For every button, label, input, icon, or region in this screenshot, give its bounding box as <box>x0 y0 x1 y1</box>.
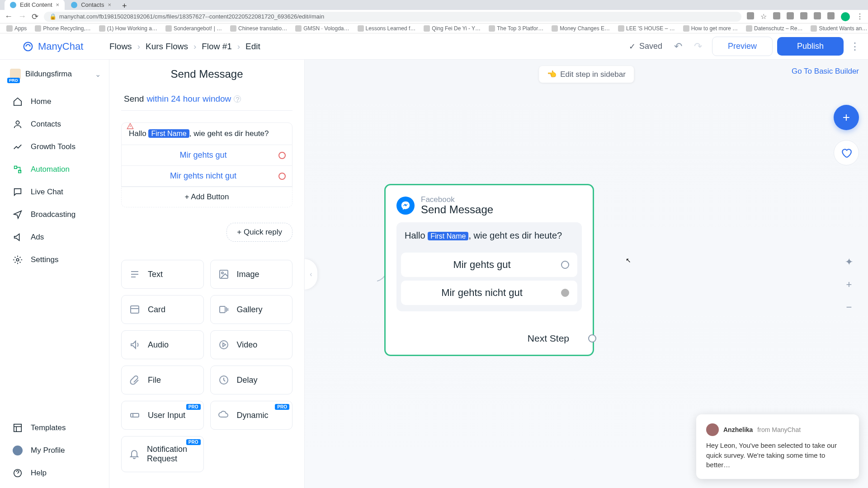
content-type-delay[interactable]: Delay <box>210 366 293 394</box>
sidebar-collapse-handle[interactable]: ‹ <box>304 258 318 290</box>
bookmark-item[interactable]: The Top 3 Platfor… <box>489 25 543 32</box>
breadcrumb-item[interactable]: Edit <box>245 42 260 52</box>
output-port[interactable] <box>278 152 286 159</box>
reply-button-row[interactable]: Mir gehts nicht gut <box>121 166 292 187</box>
message-text-block[interactable]: Hallo First Name, wie geht es dir heute? <box>121 122 292 145</box>
extension-icon[interactable] <box>787 12 794 19</box>
reply-button-row[interactable]: Mir gehts gut <box>121 145 292 166</box>
browser-tab[interactable]: Contacts × <box>66 0 117 10</box>
url-bar[interactable]: 🔒 manychat.com/fb198150208192061/cms/fil… <box>44 12 741 22</box>
variable-chip[interactable]: First Name <box>148 129 189 138</box>
new-tab-button[interactable]: + <box>118 2 132 10</box>
bookmark-item[interactable]: Chinese translatio… <box>230 25 287 32</box>
content-type-gallery[interactable]: Gallery <box>210 295 293 324</box>
add-step-fab[interactable]: + <box>834 105 859 130</box>
nav-ads[interactable]: Ads <box>0 226 109 249</box>
extension-icon[interactable] <box>747 12 754 19</box>
info-icon[interactable]: ? <box>234 95 241 103</box>
bookmark-item[interactable]: Sonderangebot! | … <box>165 25 222 32</box>
content-type-file[interactable]: File <box>121 366 204 394</box>
output-port[interactable] <box>561 261 569 269</box>
bookmark-item[interactable]: Lessons Learned f… <box>358 25 416 32</box>
extension-icon[interactable] <box>800 12 807 19</box>
bookmark-item[interactable]: Student Wants an… <box>811 25 867 32</box>
extension-icon[interactable] <box>773 12 780 19</box>
extension-icon[interactable] <box>827 12 835 19</box>
next-step-row[interactable]: Next Step <box>396 333 582 344</box>
nav-help[interactable]: Help <box>0 462 109 484</box>
nav-automation[interactable]: Automation <box>0 158 109 181</box>
quick-reply-button[interactable]: + Quick reply <box>226 223 292 242</box>
node-reply-button[interactable]: Mir gehts nicht gut <box>401 281 577 305</box>
favorite-icon[interactable]: ☆ <box>760 12 767 21</box>
redo-button[interactable]: ↷ <box>694 41 702 52</box>
nav-home[interactable]: Home <box>0 90 109 113</box>
edit-step-in-sidebar-button[interactable]: 👈 Edit step in sidebar <box>539 66 634 83</box>
content-type-dynamic[interactable]: PRODynamic <box>210 401 293 430</box>
editor-title: Send Message <box>121 68 292 80</box>
content-type-notification-request[interactable]: PRONotification Request <box>121 436 204 472</box>
nav-forward-icon[interactable]: → <box>18 12 26 21</box>
bookmark-item[interactable]: How to get more … <box>683 25 738 32</box>
org-name: Bildungsfirma <box>25 70 90 79</box>
home-icon <box>13 97 23 107</box>
nav-templates[interactable]: Templates <box>0 417 109 439</box>
bookmark-item[interactable]: Apps <box>6 25 27 32</box>
preview-button[interactable]: Preview <box>712 37 773 56</box>
favorite-fab[interactable] <box>834 140 859 165</box>
breadcrumb-item[interactable]: Flow #1 <box>202 42 232 52</box>
content-type-text[interactable]: Text <box>121 260 204 289</box>
breadcrumb-item[interactable]: Flows <box>109 42 132 52</box>
go-to-basic-builder-link[interactable]: Go To Basic Builder <box>792 67 859 76</box>
support-chat-popup[interactable]: Anzhelika from ManyChat Hey Leon, You've… <box>696 414 859 479</box>
nav-settings[interactable]: Settings <box>0 249 109 271</box>
bookmark-item[interactable]: Money Changes E… <box>552 25 610 32</box>
nav-reload-icon[interactable]: ⟳ <box>32 12 38 22</box>
node-message-text[interactable]: Hallo First Name, wie geht es dir heute? <box>396 222 582 249</box>
nav-broadcasting[interactable]: Broadcasting <box>0 203 109 226</box>
content-type-video[interactable]: Video <box>210 330 293 359</box>
content-type-user-input[interactable]: PROUser Input <box>121 401 204 430</box>
breadcrumb-item[interactable]: Kurs Flows <box>146 42 188 52</box>
content-type-image[interactable]: Image <box>210 260 293 289</box>
nav-contacts[interactable]: Contacts <box>0 113 109 136</box>
bookmark-item[interactable]: GMSN · Vologda… <box>295 25 349 32</box>
nav-growth-tools[interactable]: Growth Tools <box>0 136 109 158</box>
flow-canvas[interactable]: 👈 Edit step in sidebar Go To Basic Build… <box>305 60 868 488</box>
bookmark-item[interactable]: Datenschutz – Re… <box>746 25 802 32</box>
nav-back-icon[interactable]: ← <box>5 12 13 21</box>
publish-button[interactable]: Publish <box>777 37 844 56</box>
svg-rect-5 <box>220 270 228 278</box>
avatar-icon <box>706 423 719 436</box>
profile-avatar-icon[interactable] <box>841 12 850 21</box>
brand[interactable]: ManyChat <box>0 40 109 53</box>
more-menu-button[interactable]: ⋮ <box>850 41 860 52</box>
send-window-link[interactable]: within 24 hour window <box>146 94 231 104</box>
saved-label: Saved <box>639 42 662 51</box>
undo-button[interactable]: ↶ <box>674 41 682 52</box>
send-message-node[interactable]: Facebook Send Message Hallo First Name, … <box>384 184 594 356</box>
browser-tab[interactable]: Edit Content × <box>5 0 65 10</box>
zoom-in-button[interactable]: + <box>841 277 857 293</box>
content-type-card[interactable]: Card <box>121 295 204 324</box>
bookmark-item[interactable]: (1) How Working a… <box>99 25 157 32</box>
bookmark-item[interactable]: Qing Fei De Yi - Y… <box>424 25 481 32</box>
zoom-out-button[interactable]: − <box>841 299 857 315</box>
auto-layout-button[interactable]: ✦ <box>841 254 857 270</box>
browser-menu-icon[interactable]: ⋮ <box>856 12 863 21</box>
output-port[interactable] <box>588 334 596 343</box>
content-type-audio[interactable]: Audio <box>121 330 204 359</box>
bookmark-item[interactable]: LEE 'S HOUSE – … <box>618 25 675 32</box>
extension-icon[interactable] <box>814 12 821 19</box>
bookmark-item[interactable]: Phone Recycling,… <box>35 25 90 32</box>
tab-close-icon[interactable]: × <box>56 1 60 8</box>
nav-my-profile[interactable]: My Profile <box>0 439 109 462</box>
tab-close-icon[interactable]: × <box>108 1 111 8</box>
output-port[interactable] <box>278 173 286 180</box>
org-switcher[interactable]: PRO Bildungsfirma ⌄ <box>0 66 109 90</box>
node-reply-button[interactable]: Mir gehts gut <box>401 253 577 277</box>
add-button-row[interactable]: + Add Button <box>121 187 292 207</box>
output-port[interactable] <box>561 289 569 297</box>
node-platform: Facebook <box>421 195 493 204</box>
nav-live-chat[interactable]: Live Chat <box>0 181 109 203</box>
